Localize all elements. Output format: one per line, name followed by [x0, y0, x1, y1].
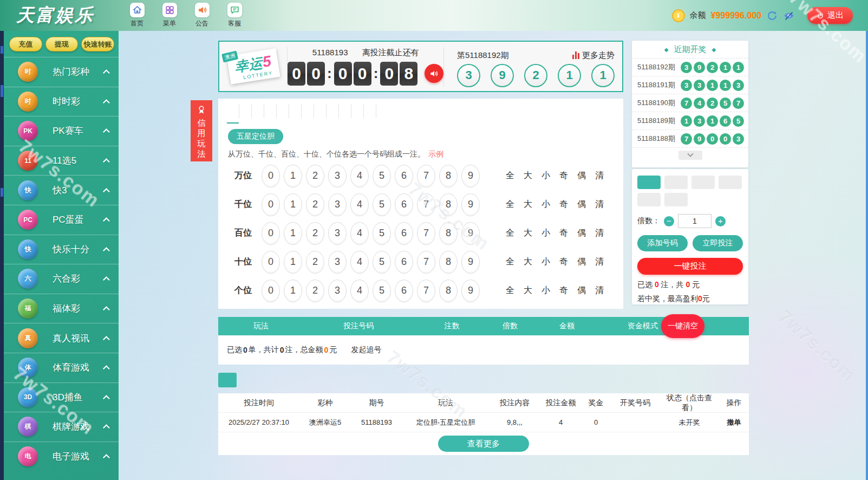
amount-option[interactable]: [637, 176, 661, 189]
quick-select-option[interactable]: 奇: [559, 256, 568, 268]
number-option[interactable]: 6: [395, 280, 413, 302]
play-tab[interactable]: [302, 104, 314, 118]
number-option[interactable]: 0: [262, 222, 280, 245]
sidebar-item[interactable]: 快 快乐十分: [4, 235, 119, 264]
number-option[interactable]: 8: [439, 280, 458, 302]
play-tab[interactable]: [351, 104, 364, 118]
quick-select-option[interactable]: 清: [595, 256, 604, 268]
number-option[interactable]: 5: [373, 222, 391, 245]
quick-select-option[interactable]: 大: [524, 170, 532, 181]
status[interactable]: 未开奖: [660, 418, 719, 427]
play-tab[interactable]: [239, 104, 252, 118]
quick-select-option[interactable]: 全: [506, 285, 514, 296]
number-option[interactable]: 5: [373, 193, 391, 216]
number-option[interactable]: 1: [284, 251, 302, 274]
number-option[interactable]: 0: [262, 251, 280, 274]
number-option[interactable]: 8: [439, 193, 458, 216]
number-option[interactable]: 0: [262, 193, 280, 216]
number-option[interactable]: 6: [395, 165, 413, 187]
number-option[interactable]: 6: [395, 251, 413, 274]
sidebar-item[interactable]: PC PC蛋蛋: [4, 205, 119, 235]
record-tab[interactable]: [218, 373, 237, 387]
sidebar-item[interactable]: 电 电子游戏: [4, 442, 119, 471]
clear-all-button[interactable]: 一键清空: [661, 314, 704, 338]
quick-select-option[interactable]: 清: [595, 228, 604, 239]
quick-select-option[interactable]: 小: [541, 170, 550, 181]
site-logo[interactable]: 天富娱乐: [16, 3, 119, 28]
number-option[interactable]: 3: [328, 251, 347, 274]
number-option[interactable]: 4: [350, 193, 369, 216]
quick-select-option[interactable]: 偶: [577, 256, 586, 268]
number-option[interactable]: 8: [439, 165, 458, 187]
eye-off-icon[interactable]: [783, 10, 795, 22]
play-tab[interactable]: [376, 104, 388, 118]
quick-select-option[interactable]: 清: [595, 285, 604, 296]
number-option[interactable]: 8: [439, 222, 458, 245]
nav-menu[interactable]: 菜单: [157, 3, 182, 28]
quick-select-option[interactable]: 全: [506, 170, 514, 181]
number-option[interactable]: 0: [262, 165, 280, 187]
number-option[interactable]: 9: [461, 222, 480, 245]
more-trends-link[interactable]: 更多走势: [572, 50, 615, 61]
number-option[interactable]: 0: [262, 280, 280, 302]
number-option[interactable]: 7: [417, 165, 435, 187]
one-click-bet-button[interactable]: 一键投注: [637, 258, 743, 275]
quick-select-option[interactable]: 大: [524, 256, 532, 268]
amount-option[interactable]: [664, 176, 688, 189]
sidebar-item[interactable]: 六 六合彩: [4, 264, 119, 294]
amount-option[interactable]: [719, 176, 742, 189]
number-option[interactable]: 7: [417, 222, 435, 245]
expand-draws-button[interactable]: [678, 151, 702, 160]
sidebar-item[interactable]: 快 快3: [4, 175, 119, 205]
play-name-pill[interactable]: 五星定位胆: [228, 129, 283, 144]
quick-select-option[interactable]: 清: [595, 199, 604, 210]
quick-action-button[interactable]: 提现: [45, 37, 79, 51]
record-tab[interactable]: [244, 373, 263, 387]
number-option[interactable]: 9: [461, 165, 480, 187]
sidebar-item[interactable]: 真 真人视讯: [4, 323, 119, 353]
quick-action-button[interactable]: 快速转账: [81, 37, 114, 51]
play-tab[interactable]: [327, 104, 339, 118]
number-option[interactable]: 3: [328, 193, 347, 216]
number-option[interactable]: 7: [417, 251, 435, 274]
number-option[interactable]: 9: [461, 280, 480, 302]
quick-select-option[interactable]: 奇: [559, 170, 568, 181]
bet-now-button[interactable]: 立即投注: [693, 235, 743, 251]
number-option[interactable]: 7: [417, 280, 435, 302]
nav-announcement[interactable]: 公告: [190, 3, 214, 28]
number-option[interactable]: 9: [461, 251, 480, 274]
number-option[interactable]: 3: [328, 280, 347, 302]
sidebar-item[interactable]: 3D 3D捕鱼: [4, 382, 119, 412]
sidebar-item[interactable]: 时 时时彩: [4, 87, 119, 116]
play-tab[interactable]: [364, 104, 376, 118]
number-option[interactable]: 5: [373, 280, 391, 302]
number-option[interactable]: 2: [306, 251, 324, 274]
quick-select-option[interactable]: 偶: [577, 285, 586, 296]
quick-select-option[interactable]: 全: [506, 199, 514, 210]
quick-select-option[interactable]: 全: [506, 228, 514, 239]
sound-icon[interactable]: [425, 64, 443, 83]
nav-home[interactable]: 首页: [125, 3, 149, 28]
quick-action-button[interactable]: 充值: [9, 37, 42, 51]
number-option[interactable]: 2: [306, 193, 324, 216]
quick-select-option[interactable]: 小: [541, 256, 550, 268]
quick-select-option[interactable]: 大: [524, 228, 532, 239]
example-link[interactable]: 示例: [428, 150, 443, 158]
plus-button[interactable]: +: [715, 216, 726, 226]
cancel-bet-link[interactable]: 撤单: [719, 418, 749, 427]
multiplier-input[interactable]: [678, 214, 712, 228]
number-option[interactable]: 4: [350, 222, 369, 245]
number-option[interactable]: 6: [395, 222, 413, 245]
number-option[interactable]: 2: [306, 165, 324, 187]
number-option[interactable]: 8: [439, 251, 458, 274]
play-tab[interactable]: [252, 104, 264, 118]
nav-service[interactable]: 客服: [222, 3, 247, 28]
sidebar-item[interactable]: PK PK赛车: [4, 116, 119, 146]
quick-select-option[interactable]: 小: [541, 228, 550, 239]
number-option[interactable]: 1: [284, 222, 302, 245]
quick-select-option[interactable]: 奇: [559, 199, 568, 210]
logout-button[interactable]: 退出: [807, 7, 853, 24]
minus-button[interactable]: −: [664, 216, 674, 226]
number-option[interactable]: 5: [373, 251, 391, 274]
quick-select-option[interactable]: 小: [541, 199, 550, 210]
